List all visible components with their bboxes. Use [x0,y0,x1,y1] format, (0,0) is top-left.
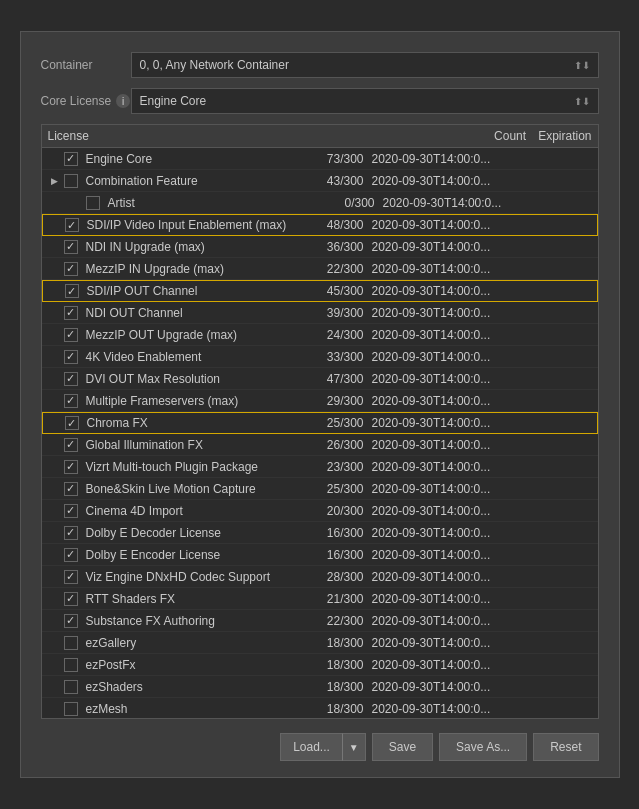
license-count: 48/300 [304,218,372,232]
license-expiry: 2020-09-30T14:00:0... [372,548,594,562]
table-row: ✓Multiple Frameservers (max)29/3002020-0… [42,390,598,412]
license-checkbox[interactable] [64,658,78,672]
license-checkbox[interactable]: ✓ [64,614,78,628]
license-checkbox[interactable]: ✓ [64,394,78,408]
table-row: ✓Dolby E Encoder License16/3002020-09-30… [42,544,598,566]
license-name: SDI/IP Video Input Enablement (max) [83,218,304,232]
license-name: Chroma FX [83,416,304,430]
table-row: ✓Chroma FX25/3002020-09-30T14:00:0... [42,412,598,434]
license-name: Artist [104,196,315,210]
core-license-row: Core License i Engine Core ⬆⬇ [41,88,599,114]
license-name: Multiple Frameservers (max) [82,394,304,408]
license-name: ezPostFx [82,658,304,672]
table-header: License Count Expiration [42,125,598,148]
license-checkbox[interactable]: ✓ [65,284,79,298]
table-row: ✓Substance FX Authoring22/3002020-09-30T… [42,610,598,632]
license-expiry: 2020-09-30T14:00:0... [372,526,594,540]
table-row: ✓Viz Engine DNxHD Codec Support28/300202… [42,566,598,588]
license-name: NDI OUT Channel [82,306,304,320]
table-row: ✓MezzIP IN Upgrade (max)22/3002020-09-30… [42,258,598,280]
container-arrow-icon: ⬆⬇ [574,60,590,71]
license-count: 18/300 [304,658,372,672]
reset-button[interactable]: Reset [533,733,598,761]
license-name: SDI/IP OUT Channel [83,284,304,298]
license-checkbox[interactable]: ✓ [64,592,78,606]
header-count: Count [321,129,534,143]
save-as-button[interactable]: Save As... [439,733,527,761]
save-button[interactable]: Save [372,733,433,761]
license-name: Substance FX Authoring [82,614,304,628]
license-checkbox[interactable]: ✓ [64,372,78,386]
core-license-value: Engine Core [140,94,207,108]
license-checkbox[interactable] [64,680,78,694]
license-count: 18/300 [304,636,372,650]
license-expiry: 2020-09-30T14:00:0... [372,658,594,672]
license-checkbox[interactable]: ✓ [65,218,79,232]
license-expiry: 2020-09-30T14:00:0... [372,306,594,320]
license-count: 39/300 [304,306,372,320]
container-dropdown[interactable]: 0, 0, Any Network Container ⬆⬇ [131,52,599,78]
license-count: 47/300 [304,372,372,386]
license-name: NDI IN Upgrade (max) [82,240,304,254]
license-expiry: 2020-09-30T14:00:0... [372,284,593,298]
license-checkbox[interactable]: ✓ [64,306,78,320]
license-expiry: 2020-09-30T14:00:0... [372,636,594,650]
license-checkbox[interactable] [64,636,78,650]
license-checkbox[interactable]: ✓ [64,548,78,562]
license-checkbox[interactable]: ✓ [64,350,78,364]
license-checkbox[interactable]: ✓ [64,504,78,518]
core-license-dropdown[interactable]: Engine Core ⬆⬇ [131,88,599,114]
core-license-label-group: Core License i [41,94,131,108]
license-checkbox[interactable]: ✓ [64,482,78,496]
license-expiry: 2020-09-30T14:00:0... [372,152,594,166]
table-body: ✓Engine Core73/3002020-09-30T14:00:0...▶… [42,148,598,718]
license-name: Dolby E Decoder License [82,526,304,540]
table-row: ▶Combination Feature43/3002020-09-30T14:… [42,170,598,192]
license-name: Engine Core [82,152,304,166]
table-row: ✓DVI OUT Max Resolution47/3002020-09-30T… [42,368,598,390]
license-count: 28/300 [304,570,372,584]
license-expiry: 2020-09-30T14:00:0... [372,240,594,254]
license-table: License Count Expiration ✓Engine Core73/… [41,124,599,719]
license-checkbox[interactable]: ✓ [65,416,79,430]
license-expiry: 2020-09-30T14:00:0... [372,592,594,606]
license-checkbox[interactable]: ✓ [64,152,78,166]
license-checkbox[interactable]: ✓ [64,570,78,584]
license-name: RTT Shaders FX [82,592,304,606]
header-expiration: Expiration [534,129,591,143]
license-checkbox[interactable] [86,196,100,210]
license-expiry: 2020-09-30T14:00:0... [372,218,593,232]
load-button-group: Load... ▼ [280,733,366,761]
license-expiry: 2020-09-30T14:00:0... [372,416,593,430]
license-count: 18/300 [304,680,372,694]
license-name: 4K Video Enablement [82,350,304,364]
license-checkbox[interactable]: ✓ [64,328,78,342]
license-name: Global Illumination FX [82,438,304,452]
license-checkbox[interactable]: ✓ [64,262,78,276]
license-name: Vizrt Multi-touch Plugin Package [82,460,304,474]
info-icon[interactable]: i [116,94,130,108]
license-expiry: 2020-09-30T14:00:0... [372,614,594,628]
license-expiry: 2020-09-30T14:00:0... [372,680,594,694]
table-row: ✓Dolby E Decoder License16/3002020-09-30… [42,522,598,544]
license-checkbox[interactable]: ✓ [64,438,78,452]
license-checkbox[interactable] [64,702,78,716]
license-expiry: 2020-09-30T14:00:0... [383,196,594,210]
license-checkbox[interactable] [64,174,78,188]
container-value: 0, 0, Any Network Container [140,58,289,72]
table-row: Artist0/3002020-09-30T14:00:0... [42,192,598,214]
load-button[interactable]: Load... [280,733,342,761]
license-expiry: 2020-09-30T14:00:0... [372,438,594,452]
load-dropdown-arrow-button[interactable]: ▼ [342,733,366,761]
container-label: Container [41,58,131,72]
license-checkbox[interactable]: ✓ [64,526,78,540]
footer-buttons: Load... ▼ Save Save As... Reset [41,733,599,761]
license-checkbox[interactable]: ✓ [64,240,78,254]
table-row: ✓Global Illumination FX26/3002020-09-30T… [42,434,598,456]
table-row: ✓Engine Core73/3002020-09-30T14:00:0... [42,148,598,170]
license-name: ezShaders [82,680,304,694]
license-checkbox[interactable]: ✓ [64,460,78,474]
expand-arrow-icon[interactable]: ▶ [46,176,64,186]
license-count: 25/300 [304,416,372,430]
license-name: Cinema 4D Import [82,504,304,518]
